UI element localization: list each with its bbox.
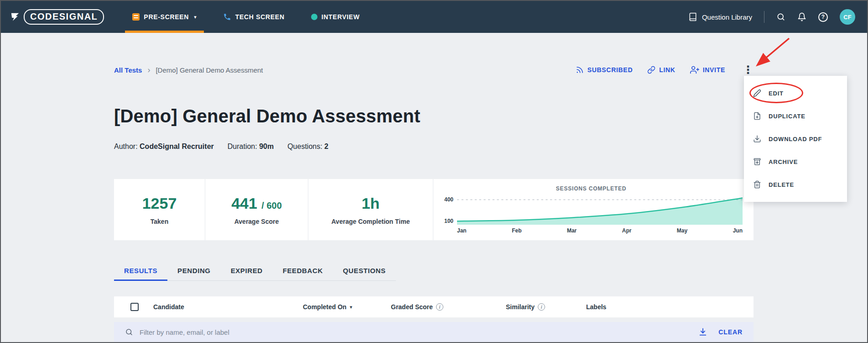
filter-search-icon (125, 328, 133, 336)
tab-expired[interactable]: EXPIRED (221, 263, 273, 280)
x-tick-label: Jun (733, 227, 743, 234)
book-icon (688, 12, 697, 21)
pre-screen-icon (132, 13, 140, 21)
select-all-checkbox[interactable] (130, 303, 139, 311)
tab-results[interactable]: RESULTS (114, 263, 167, 280)
notifications-bell-icon[interactable] (797, 12, 806, 21)
duplicate-icon (753, 112, 761, 120)
search-icon[interactable] (776, 12, 785, 21)
codesignal-logo[interactable]: CODESIGNAL (10, 9, 104, 25)
graded-score-label: Graded Score (391, 303, 433, 311)
stat-average-score-label: Average Score (234, 218, 279, 225)
phone-icon (223, 13, 231, 21)
filter-bar: CLEAR (114, 322, 754, 342)
results-tabs: RESULTS PENDING EXPIRED FEEDBACK QUESTIO… (114, 263, 396, 281)
stat-taken-label: Taken (151, 218, 168, 225)
menu-item-label: DUPLICATE (769, 113, 806, 120)
stat-completion-time-value: 1h (362, 195, 380, 212)
column-graded-score: Graded Score i (391, 303, 506, 311)
menu-item-label: DOWNLOAD PDF (769, 136, 822, 142)
invite-label: INVITE (703, 66, 725, 74)
invite-button[interactable]: INVITE (690, 65, 725, 74)
column-completed-on: Completed On ▾ (303, 303, 391, 311)
archive-icon (753, 158, 761, 166)
completed-on-label: Completed On (303, 303, 347, 311)
y-tick-label: 400 (444, 196, 453, 203)
chart-body: 400100 (440, 195, 743, 225)
link-label: LINK (659, 66, 675, 74)
menu-item-archive[interactable]: ARCHIVE (744, 150, 847, 173)
x-tick-label: Apr (622, 227, 632, 234)
subscribed-button[interactable]: SUBSCRIBED (576, 66, 633, 74)
results-table-header: Candidate Completed On ▾ Graded Score i … (114, 296, 754, 317)
filter-actions: CLEAR (698, 327, 743, 337)
nav-item-interview[interactable]: INTERVIEW (304, 1, 367, 33)
meta-author: Author: CodeSignal Recruiter (114, 142, 214, 151)
menu-item-label: ARCHIVE (769, 158, 798, 165)
subscribed-label: SUBSCRIBED (587, 66, 633, 74)
avatar[interactable]: CF (840, 9, 855, 25)
interview-icon (311, 14, 317, 20)
nav-item-label: PRE-SCREEN (144, 13, 189, 21)
similarity-info-icon[interactable]: i (538, 303, 545, 311)
x-tick-label: Feb (512, 227, 521, 234)
more-options-menu: EDIT DUPLICATE DOWNLOAD PDF ARCHIVE DELE… (744, 76, 847, 202)
codesignal-logo-text: CODESIGNAL (24, 9, 104, 25)
stats-card: 1257 Taken 441 / 600 Average Score 1h Av… (114, 179, 754, 240)
breadcrumb-chevron-icon: › (147, 65, 150, 75)
sessions-completed-chart: SESSIONS COMPLETED 400100 JanFebMarAprMa… (433, 179, 754, 240)
download-icon (753, 135, 761, 143)
clear-button[interactable]: CLEAR (718, 328, 743, 336)
breadcrumb: All Tests › [Demo] General Demo Assessme… (114, 63, 754, 77)
header-actions: SUBSCRIBED LINK INVITE ⋮ (576, 64, 754, 75)
column-labels: Labels (586, 303, 754, 311)
nav-item-pre-screen[interactable]: PRE-SCREEN ▾ (125, 1, 203, 33)
stat-average-score: 441 / 600 Average Score (205, 179, 308, 240)
tab-feedback[interactable]: FEEDBACK (273, 263, 333, 280)
nav-item-tech-screen[interactable]: TECH SCREEN (216, 1, 292, 33)
breadcrumb-all-tests-link[interactable]: All Tests (114, 66, 142, 74)
stat-completion-time: 1h Average Completion Time (308, 179, 433, 240)
filter-input[interactable] (140, 328, 698, 336)
question-library-label: Question Library (702, 13, 752, 21)
question-library-button[interactable]: Question Library (688, 12, 752, 21)
top-navigation-bar: CODESIGNAL PRE-SCREEN ▾ TECH SCREEN INTE… (1, 1, 867, 33)
menu-item-label: DELETE (769, 181, 794, 188)
more-options-kebab-icon[interactable]: ⋮ (743, 64, 754, 75)
tab-pending[interactable]: PENDING (167, 263, 221, 280)
help-icon[interactable]: ? (818, 12, 828, 22)
menu-item-label: EDIT (769, 90, 784, 97)
tab-questions[interactable]: QUESTIONS (333, 263, 396, 280)
app-window: CODESIGNAL PRE-SCREEN ▾ TECH SCREEN INTE… (0, 0, 868, 343)
chart-title: SESSIONS COMPLETED (440, 185, 743, 192)
menu-item-duplicate[interactable]: DUPLICATE (744, 105, 847, 127)
stat-taken: 1257 Taken (114, 179, 205, 240)
chart-plot-area (457, 195, 743, 225)
x-tick-label: Mar (567, 227, 577, 234)
sort-caret-icon[interactable]: ▾ (350, 304, 353, 310)
x-tick-label: Jan (457, 227, 467, 234)
assessment-meta: Author: CodeSignal Recruiter Duration: 9… (114, 142, 754, 152)
codesignal-logo-icon (10, 12, 20, 22)
nav-item-label: INTERVIEW (322, 13, 360, 21)
page-title: [Demo] General Demo Assessment (114, 105, 754, 127)
stat-taken-value: 1257 (142, 195, 177, 212)
stat-completion-time-label: Average Completion Time (332, 218, 410, 225)
meta-questions: Questions: 2 (287, 142, 328, 151)
export-download-icon[interactable] (698, 327, 707, 337)
menu-item-download-pdf[interactable]: DOWNLOAD PDF (744, 127, 847, 150)
graded-score-info-icon[interactable]: i (436, 303, 443, 311)
menu-item-delete[interactable]: DELETE (744, 173, 847, 196)
menu-item-edit[interactable]: EDIT (744, 82, 847, 105)
link-button[interactable]: LINK (647, 66, 675, 74)
trash-icon (753, 180, 761, 189)
chart-x-axis: JanFebMarAprMayJun (457, 227, 743, 234)
chart-y-axis: 400100 (440, 195, 457, 225)
similarity-label: Similarity (506, 303, 535, 311)
nav-divider (764, 11, 764, 23)
meta-duration: Duration: 90m (228, 142, 274, 151)
stat-average-score-value: 441 / 600 (231, 195, 282, 212)
link-icon (647, 66, 655, 74)
column-similarity: Similarity i (506, 303, 586, 311)
nav-item-label: TECH SCREEN (235, 13, 285, 21)
